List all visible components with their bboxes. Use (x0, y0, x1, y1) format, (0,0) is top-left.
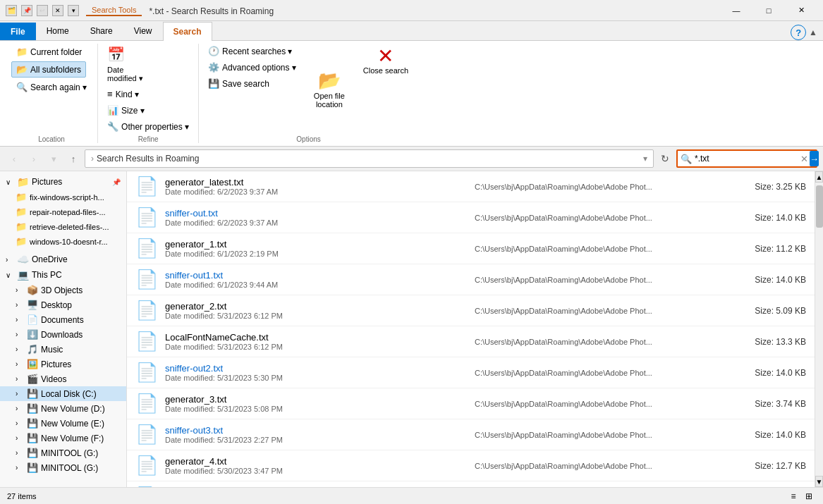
forward-button[interactable]: › (25, 150, 42, 167)
address-field[interactable]: › Search Results in Roaming ▾ (85, 149, 654, 168)
table-row[interactable]: 📄 sniffer-out3.txt Date modified: 5/31/2… (127, 419, 815, 450)
table-row[interactable]: 📄 sniffer-out2.txt Date modified: 5/31/2… (127, 357, 815, 388)
close-window-button[interactable]: ✕ (785, 0, 817, 21)
chevron-up-icon[interactable]: ▲ (809, 27, 817, 37)
pin-icon[interactable]: 📌 (21, 5, 32, 16)
scroll-down-button[interactable]: ▼ (815, 476, 823, 487)
recent-locations-button[interactable]: ▾ (45, 150, 62, 167)
file-size: Size: 11.2 KB (743, 244, 806, 254)
sidebar-item-fix-windows[interactable]: 📁 fix-windows-script-h... (0, 190, 126, 204)
ribbon-content: 📁 Current folder 📂 All subfolders 🔍 Sear… (0, 40, 823, 146)
grid-view-button[interactable]: ⊞ (802, 489, 816, 503)
size-button[interactable]: 📊 Size ▾ (104, 103, 148, 118)
file-type-icon: 📄 (135, 393, 158, 414)
newvole-icon: 💾 (27, 418, 38, 429)
scroll-thumb[interactable] (816, 185, 823, 228)
sidebar-item-retrieve-deleted[interactable]: 📁 retrieve-deleted-files-... (0, 219, 126, 234)
downloads-icon: ⬇️ (27, 329, 38, 340)
recent-searches-button[interactable]: 🕐 Recent searches ▾ (205, 44, 300, 59)
search-go-button[interactable]: → (810, 151, 819, 166)
table-row[interactable]: 📄 generator_1.txt Date modified: 6/1/202… (127, 233, 815, 264)
sidebar-item-pictures2[interactable]: › 🖼️ Pictures (0, 357, 126, 371)
expand-icon: › (16, 345, 24, 353)
location-group-label: Location (38, 134, 65, 143)
delete-icon[interactable]: ✕ (52, 5, 63, 16)
sidebar-item-minitool2[interactable]: › 💾 MINITOOL (G:) (0, 460, 126, 475)
sidebar-item-videos[interactable]: › 🎬 Videos (0, 371, 126, 386)
ribbon-group-options: 🕐 Recent searches ▾ ⚙️ Advanced options … (199, 44, 418, 143)
undo-icon[interactable]: ↩ (37, 5, 48, 16)
file-name: generator_4.txt (165, 456, 475, 467)
table-row[interactable]: 📄 sniffer-out.txt Date modified: 6/2/202… (127, 202, 815, 233)
search-input[interactable] (695, 154, 800, 164)
file-info: sniffer-out3.txt Date modified: 5/31/202… (165, 425, 475, 444)
dropdown-icon[interactable]: ▾ (643, 154, 647, 164)
other-properties-button[interactable]: 🔧 Other properties ▾ (104, 119, 193, 134)
help-button[interactable]: ? (791, 25, 806, 40)
current-folder-button[interactable]: 📁 Current folder (11, 44, 87, 60)
kind-button[interactable]: ≡ Kind ▾ (104, 87, 142, 102)
back-button[interactable]: ‹ (6, 150, 23, 167)
sidebar-item-downloads[interactable]: › ⬇️ Downloads (0, 327, 126, 342)
tab-file[interactable]: File (0, 23, 36, 40)
music-icon: 🎵 (27, 344, 38, 355)
search-again-button[interactable]: 🔍 Search again ▾ (11, 79, 92, 95)
file-type-icon: 📄 (135, 269, 158, 290)
scroll-track[interactable] (815, 183, 823, 476)
tab-view[interactable]: View (123, 21, 163, 40)
file-path: C:\Users\bj\AppData\Roaming\Adobe\Adobe … (475, 462, 743, 470)
sidebar-item-newvolf[interactable]: › 💾 New Volume (F:) (0, 431, 126, 445)
clear-search-icon[interactable]: ✕ (800, 154, 808, 164)
sidebar-item-desktop[interactable]: › 🖥️ Desktop (0, 297, 126, 312)
sidebar-item-windows10[interactable]: 📁 windows-10-doesnt-r... (0, 234, 126, 249)
sidebar-item-onedrive[interactable]: › ☁️ OneDrive (0, 252, 126, 267)
date-modified-button[interactable]: 📅 Date modified ▾ (104, 44, 147, 85)
table-row[interactable]: 📄 generator_latest.txt Date modified: 6/… (127, 171, 815, 202)
sidebar-item-label: 3D Objects (41, 285, 83, 295)
file-date: Date modified: 5/31/2023 6:12 PM (165, 343, 475, 351)
maximize-button[interactable]: □ (752, 0, 785, 21)
sidebar-item-repair-notepad[interactable]: 📁 repair-notepad-files-... (0, 204, 126, 219)
sidebar-item-minitool1[interactable]: › 💾 MINITOOL (G:) (0, 445, 126, 460)
expand-icon: › (16, 390, 24, 398)
file-type-icon: 📄 (135, 331, 158, 352)
advanced-options-button[interactable]: ⚙️ Advanced options ▾ (205, 60, 300, 75)
sidebar-item-music[interactable]: › 🎵 Music (0, 342, 126, 357)
all-subfolders-button[interactable]: 📂 All subfolders (11, 61, 86, 78)
up-button[interactable]: ↑ (65, 150, 82, 167)
localc-icon: 💾 (27, 388, 38, 399)
sidebar-item-newvold[interactable]: › 💾 New Volume (D:) (0, 401, 126, 416)
sidebar-item-thispc[interactable]: ∨ 💻 This PC (0, 267, 126, 283)
tab-share[interactable]: Share (80, 21, 123, 40)
tab-home[interactable]: Home (36, 21, 80, 40)
quick-access-icon[interactable]: 🗂️ (6, 5, 17, 16)
table-row[interactable]: 📄 sniffer-out1.txt Date modified: 6/1/20… (127, 264, 815, 295)
sidebar-item-pictures[interactable]: ∨ 📁 Pictures 📌 (0, 174, 126, 190)
folder-icon: 📁 (16, 236, 27, 247)
scrollbar[interactable]: ▲ ▼ (815, 171, 823, 487)
sidebar-item-localc[interactable]: › 💾 Local Disk (C:) (0, 386, 126, 401)
open-file-location-button[interactable]: 📂 Open file location (308, 44, 350, 134)
save-search-button[interactable]: 💾 Save search (205, 76, 300, 91)
sidebar-item-3dobjects[interactable]: › 📦 3D Objects (0, 283, 126, 297)
minimize-button[interactable]: — (720, 0, 752, 21)
advanced-options-label: Advanced options ▾ (222, 63, 296, 73)
down-arrow-icon[interactable]: ▾ (68, 5, 79, 16)
close-search-button[interactable]: ✕ Close search (359, 44, 413, 134)
file-name: sniffer-out1.txt (165, 270, 475, 281)
table-row[interactable]: 📄 LocalFontNameCache.txt Date modified: … (127, 326, 815, 357)
sidebar-item-label: Videos (41, 374, 66, 384)
table-row[interactable]: 📄 generator_3.txt Date modified: 5/31/20… (127, 388, 815, 419)
search-box[interactable]: 🔍 ✕ → (676, 149, 817, 168)
sidebar-item-newvole[interactable]: › 💾 New Volume (E:) (0, 416, 126, 431)
sidebar-item-documents[interactable]: › 📄 Documents (0, 312, 126, 327)
scroll-up-button[interactable]: ▲ (815, 171, 823, 183)
tab-search[interactable]: Search (163, 22, 212, 41)
table-row[interactable]: 📄 generator_4.txt Date modified: 5/30/20… (127, 450, 815, 481)
list-view-button[interactable]: ≡ (786, 489, 800, 503)
table-row[interactable]: 📄 sniffer-out4.txt Date modified: 5/30/2… (127, 481, 815, 487)
refresh-button[interactable]: ↻ (657, 150, 673, 167)
search-again-icon: 🔍 (16, 82, 28, 92)
table-row[interactable]: 📄 generator_2.txt Date modified: 5/31/20… (127, 295, 815, 326)
pictures2-icon: 🖼️ (27, 359, 38, 369)
